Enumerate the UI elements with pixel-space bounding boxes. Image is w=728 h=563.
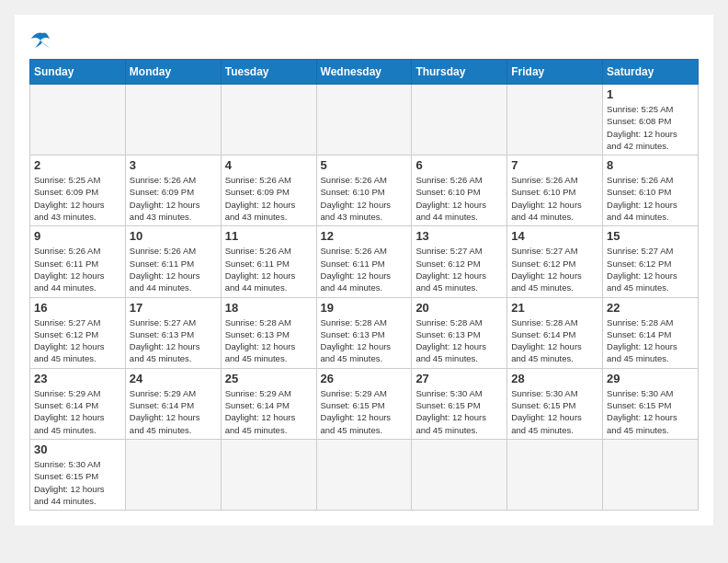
day-number: 22 bbox=[607, 301, 694, 315]
calendar-cell: 4Sunrise: 5:26 AMSunset: 6:09 PMDaylight… bbox=[221, 155, 316, 226]
day-number: 14 bbox=[511, 229, 598, 243]
calendar-cell: 29Sunrise: 5:30 AMSunset: 6:15 PMDayligh… bbox=[603, 368, 699, 439]
calendar-cell: 30Sunrise: 5:30 AMSunset: 6:15 PMDayligh… bbox=[30, 439, 126, 510]
header-day-tuesday: Tuesday bbox=[221, 60, 316, 85]
calendar-cell: 21Sunrise: 5:28 AMSunset: 6:14 PMDayligh… bbox=[507, 297, 603, 368]
day-number: 15 bbox=[607, 229, 694, 243]
day-number: 4 bbox=[225, 158, 313, 172]
day-info: Sunrise: 5:28 AMSunset: 6:13 PMDaylight:… bbox=[415, 316, 503, 365]
calendar-cell: 11Sunrise: 5:26 AMSunset: 6:11 PMDayligh… bbox=[221, 226, 316, 297]
calendar-cell: 5Sunrise: 5:26 AMSunset: 6:10 PMDaylight… bbox=[316, 155, 412, 226]
day-number: 8 bbox=[607, 158, 694, 172]
calendar-cell: 17Sunrise: 5:27 AMSunset: 6:13 PMDayligh… bbox=[125, 297, 221, 368]
day-info: Sunrise: 5:27 AMSunset: 6:13 PMDaylight:… bbox=[130, 316, 217, 365]
calendar-week-1: 1Sunrise: 5:25 AMSunset: 6:08 PMDaylight… bbox=[30, 85, 699, 155]
day-number: 1 bbox=[607, 87, 694, 101]
day-info: Sunrise: 5:30 AMSunset: 6:15 PMDaylight:… bbox=[34, 458, 121, 507]
day-info: Sunrise: 5:26 AMSunset: 6:10 PMDaylight:… bbox=[607, 174, 694, 223]
day-number: 12 bbox=[321, 229, 408, 243]
calendar-cell: 18Sunrise: 5:28 AMSunset: 6:13 PMDayligh… bbox=[221, 297, 316, 368]
calendar-week-6: 30Sunrise: 5:30 AMSunset: 6:15 PMDayligh… bbox=[30, 439, 699, 510]
day-number: 7 bbox=[511, 158, 598, 172]
day-number: 2 bbox=[34, 158, 121, 172]
calendar-cell: 6Sunrise: 5:26 AMSunset: 6:10 PMDaylight… bbox=[412, 155, 507, 226]
calendar-cell: 24Sunrise: 5:29 AMSunset: 6:14 PMDayligh… bbox=[125, 368, 221, 439]
calendar-cell bbox=[125, 439, 221, 510]
day-number: 3 bbox=[130, 158, 217, 172]
header-day-wednesday: Wednesday bbox=[316, 60, 412, 85]
header-row: SundayMondayTuesdayWednesdayThursdayFrid… bbox=[30, 60, 699, 85]
calendar-body: 1Sunrise: 5:25 AMSunset: 6:08 PMDaylight… bbox=[30, 85, 699, 511]
day-number: 9 bbox=[34, 229, 121, 243]
calendar-cell: 16Sunrise: 5:27 AMSunset: 6:12 PMDayligh… bbox=[30, 297, 126, 368]
calendar-cell: 1Sunrise: 5:25 AMSunset: 6:08 PMDaylight… bbox=[603, 85, 699, 155]
day-info: Sunrise: 5:28 AMSunset: 6:13 PMDaylight:… bbox=[225, 316, 313, 365]
day-info: Sunrise: 5:27 AMSunset: 6:12 PMDaylight:… bbox=[607, 245, 694, 293]
day-info: Sunrise: 5:29 AMSunset: 6:14 PMDaylight:… bbox=[34, 387, 121, 436]
day-number: 29 bbox=[607, 372, 694, 385]
calendar-cell: 20Sunrise: 5:28 AMSunset: 6:13 PMDayligh… bbox=[412, 297, 507, 368]
calendar-cell bbox=[507, 85, 603, 155]
calendar-cell bbox=[30, 85, 126, 155]
day-info: Sunrise: 5:26 AMSunset: 6:11 PMDaylight:… bbox=[130, 245, 217, 293]
calendar-cell bbox=[221, 439, 316, 510]
calendar-cell: 25Sunrise: 5:29 AMSunset: 6:14 PMDayligh… bbox=[221, 368, 316, 439]
calendar-cell: 2Sunrise: 5:25 AMSunset: 6:09 PMDaylight… bbox=[30, 155, 126, 226]
calendar-week-5: 23Sunrise: 5:29 AMSunset: 6:14 PMDayligh… bbox=[30, 368, 699, 439]
day-number: 18 bbox=[225, 301, 313, 315]
day-info: Sunrise: 5:29 AMSunset: 6:14 PMDaylight:… bbox=[130, 387, 217, 436]
day-info: Sunrise: 5:27 AMSunset: 6:12 PMDaylight:… bbox=[34, 316, 121, 365]
day-number: 25 bbox=[225, 372, 313, 385]
day-number: 10 bbox=[130, 229, 217, 243]
day-number: 24 bbox=[130, 372, 217, 385]
calendar-cell: 8Sunrise: 5:26 AMSunset: 6:10 PMDaylight… bbox=[603, 155, 699, 226]
calendar-cell: 15Sunrise: 5:27 AMSunset: 6:12 PMDayligh… bbox=[603, 226, 699, 297]
day-number: 20 bbox=[415, 301, 503, 315]
day-number: 17 bbox=[130, 301, 217, 315]
day-info: Sunrise: 5:29 AMSunset: 6:14 PMDaylight:… bbox=[225, 387, 313, 436]
day-number: 26 bbox=[321, 372, 408, 385]
day-number: 28 bbox=[511, 372, 598, 385]
calendar-cell bbox=[507, 439, 603, 510]
calendar-week-4: 16Sunrise: 5:27 AMSunset: 6:12 PMDayligh… bbox=[30, 297, 699, 368]
header-day-monday: Monday bbox=[125, 60, 221, 85]
day-number: 6 bbox=[415, 158, 503, 172]
header bbox=[29, 29, 699, 52]
calendar-week-3: 9Sunrise: 5:26 AMSunset: 6:11 PMDaylight… bbox=[30, 226, 699, 297]
calendar-cell: 3Sunrise: 5:26 AMSunset: 6:09 PMDaylight… bbox=[125, 155, 221, 226]
calendar-cell bbox=[316, 439, 412, 510]
day-info: Sunrise: 5:26 AMSunset: 6:09 PMDaylight:… bbox=[130, 174, 217, 223]
calendar-cell: 9Sunrise: 5:26 AMSunset: 6:11 PMDaylight… bbox=[30, 226, 126, 297]
day-info: Sunrise: 5:30 AMSunset: 6:15 PMDaylight:… bbox=[415, 387, 503, 436]
calendar-cell: 23Sunrise: 5:29 AMSunset: 6:14 PMDayligh… bbox=[30, 368, 126, 439]
calendar-cell: 28Sunrise: 5:30 AMSunset: 6:15 PMDayligh… bbox=[507, 368, 603, 439]
logo bbox=[29, 29, 59, 52]
header-day-thursday: Thursday bbox=[412, 60, 507, 85]
day-info: Sunrise: 5:26 AMSunset: 6:10 PMDaylight:… bbox=[511, 174, 598, 223]
calendar-cell: 12Sunrise: 5:26 AMSunset: 6:11 PMDayligh… bbox=[316, 226, 412, 297]
day-number: 23 bbox=[34, 372, 121, 385]
day-info: Sunrise: 5:25 AMSunset: 6:09 PMDaylight:… bbox=[34, 174, 121, 223]
day-info: Sunrise: 5:26 AMSunset: 6:11 PMDaylight:… bbox=[321, 245, 408, 293]
calendar-cell: 14Sunrise: 5:27 AMSunset: 6:12 PMDayligh… bbox=[507, 226, 603, 297]
calendar-week-2: 2Sunrise: 5:25 AMSunset: 6:09 PMDaylight… bbox=[30, 155, 699, 226]
day-number: 13 bbox=[415, 229, 503, 243]
day-info: Sunrise: 5:29 AMSunset: 6:15 PMDaylight:… bbox=[321, 387, 408, 436]
calendar-cell: 13Sunrise: 5:27 AMSunset: 6:12 PMDayligh… bbox=[412, 226, 507, 297]
calendar-cell bbox=[316, 85, 412, 155]
calendar-cell bbox=[125, 85, 221, 155]
day-number: 21 bbox=[511, 301, 598, 315]
day-info: Sunrise: 5:30 AMSunset: 6:15 PMDaylight:… bbox=[607, 387, 694, 436]
logo-bird-icon bbox=[29, 29, 55, 52]
calendar-cell: 10Sunrise: 5:26 AMSunset: 6:11 PMDayligh… bbox=[125, 226, 221, 297]
calendar-cell: 7Sunrise: 5:26 AMSunset: 6:10 PMDaylight… bbox=[507, 155, 603, 226]
header-day-saturday: Saturday bbox=[603, 60, 699, 85]
day-info: Sunrise: 5:27 AMSunset: 6:12 PMDaylight:… bbox=[511, 245, 598, 293]
calendar-cell bbox=[412, 85, 507, 155]
day-number: 27 bbox=[415, 372, 503, 385]
calendar-cell: 19Sunrise: 5:28 AMSunset: 6:13 PMDayligh… bbox=[316, 297, 412, 368]
calendar-cell bbox=[412, 439, 507, 510]
calendar-cell: 26Sunrise: 5:29 AMSunset: 6:15 PMDayligh… bbox=[316, 368, 412, 439]
day-info: Sunrise: 5:28 AMSunset: 6:14 PMDaylight:… bbox=[607, 316, 694, 365]
day-number: 19 bbox=[321, 301, 408, 315]
